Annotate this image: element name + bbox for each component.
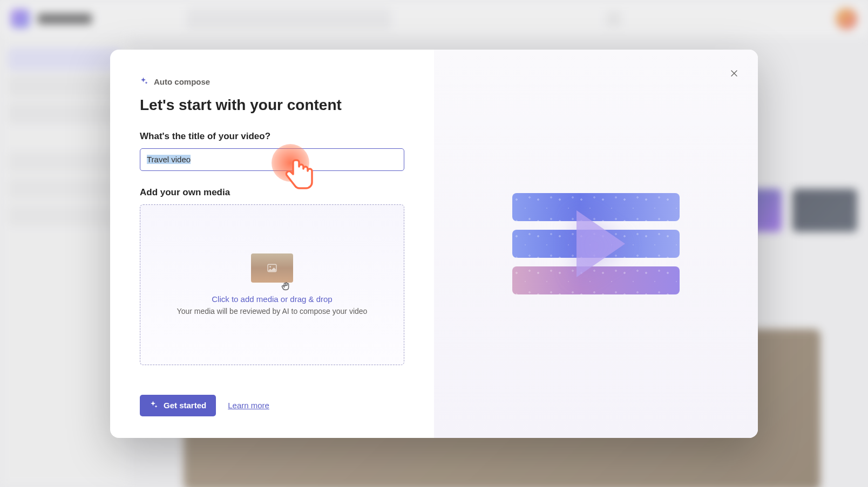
svg-point-1: [269, 266, 271, 267]
modal-footer: Get started Learn more: [140, 379, 404, 416]
modal-preview-panel: [434, 50, 758, 438]
feature-label: Auto compose: [140, 77, 404, 87]
video-title-input[interactable]: [140, 148, 404, 171]
play-icon: [577, 210, 625, 277]
close-button[interactable]: [725, 65, 743, 82]
title-field-label: What's the title of your video?: [140, 131, 404, 142]
dropzone-secondary-text: Your media will be reviewed by AI to com…: [177, 307, 368, 315]
feature-label-text: Auto compose: [154, 77, 210, 86]
close-icon: [730, 69, 738, 78]
modal-title: Let's start with your content: [140, 97, 404, 114]
dropzone-primary-text: Click to add media or drag & drop: [212, 294, 332, 304]
preview-illustration: [512, 193, 680, 294]
modal-form-panel: Auto compose Let's start with your conte…: [110, 50, 434, 438]
auto-compose-modal: Auto compose Let's start with your conte…: [110, 50, 758, 438]
dropzone-thumbnail-icon: [251, 253, 293, 283]
modal-overlay: Auto compose Let's start with your conte…: [0, 0, 868, 487]
sparkle-icon: [140, 77, 148, 87]
learn-more-link[interactable]: Learn more: [228, 401, 269, 410]
media-field-label: Add your own media: [140, 187, 404, 198]
grab-cursor-icon: [280, 280, 292, 294]
media-dropzone[interactable]: Click to add media or drag & drop Your m…: [140, 204, 404, 365]
sparkle-icon: [150, 400, 158, 410]
get-started-label: Get started: [164, 401, 206, 410]
get-started-button[interactable]: Get started: [140, 395, 216, 416]
